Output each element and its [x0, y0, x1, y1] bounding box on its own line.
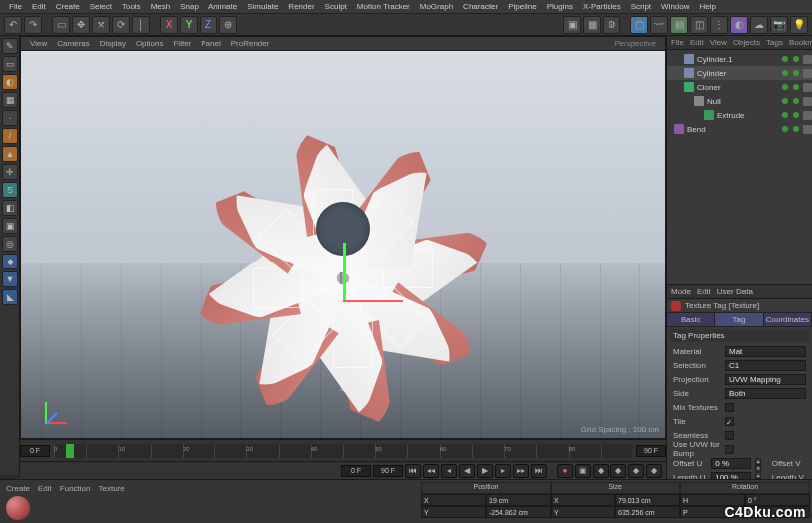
last-tool[interactable]: │ — [132, 16, 150, 34]
polygon-mode[interactable]: ▲ — [2, 146, 18, 162]
tag-icon[interactable] — [803, 69, 812, 78]
add-subdiv[interactable]: ◫ — [690, 16, 708, 34]
point-mode[interactable]: · — [2, 110, 18, 126]
tag-icon[interactable] — [803, 97, 812, 106]
view-menu-view[interactable]: View — [25, 39, 52, 48]
matmgr-menu-function[interactable]: Function — [60, 484, 91, 493]
menu-script[interactable]: Script — [626, 2, 656, 11]
add-camera[interactable]: 📷 — [770, 16, 788, 34]
object-gizmo[interactable] — [343, 301, 344, 302]
object-row-cylinder-1[interactable]: Cylinder.1 — [667, 52, 812, 66]
timeline-start-field[interactable]: 0 F — [20, 445, 50, 457]
menu-x-particles[interactable]: X-Particles — [578, 2, 626, 11]
visibility-render-dot[interactable] — [793, 98, 799, 104]
menu-mesh[interactable]: Mesh — [146, 2, 176, 11]
total-frames-field[interactable]: 90 F — [373, 465, 403, 477]
record-key[interactable]: ● — [557, 464, 573, 478]
object-tree[interactable]: Cylinder.1CylinderClonerNullExtrudeBend — [667, 50, 812, 284]
mix-textures-checkbox[interactable] — [725, 403, 734, 412]
add-array[interactable]: ⋮ — [710, 16, 728, 34]
stepper[interactable]: ▴▾ — [755, 458, 761, 469]
timeline-end-field[interactable]: 90 F — [636, 445, 666, 457]
object-row-cloner[interactable]: Cloner — [667, 80, 812, 94]
menu-simulate[interactable]: Simulate — [242, 2, 283, 11]
tag-icon[interactable] — [803, 111, 812, 120]
side-dropdown[interactable]: Both — [725, 388, 806, 399]
coord-cell[interactable]: Y — [421, 506, 486, 518]
visibility-editor-dot[interactable] — [782, 56, 788, 62]
objmgr-menu-objects[interactable]: Objects — [733, 38, 760, 47]
attr-tab-coordinates[interactable]: Coordinates — [764, 313, 812, 326]
add-generator[interactable]: ▤ — [670, 16, 688, 34]
coord-cell[interactable]: -254.862 cm — [486, 506, 551, 518]
key-pla[interactable]: ◆ — [646, 464, 662, 478]
key-rot[interactable]: ◆ — [628, 464, 644, 478]
menu-plugins[interactable]: Plugins — [542, 2, 578, 11]
menu-file[interactable]: File — [4, 2, 27, 11]
current-frame-field[interactable]: 0 F — [341, 465, 371, 477]
y-axis-handle[interactable] — [343, 243, 346, 302]
menu-character[interactable]: Character — [458, 2, 503, 11]
view-menu-options[interactable]: Options — [131, 39, 169, 48]
menu-sculpt[interactable]: Sculpt — [320, 2, 352, 11]
xray-toggle[interactable]: S — [2, 182, 18, 198]
menu-window[interactable]: Window — [656, 2, 694, 11]
next-key[interactable]: ▸▸ — [513, 464, 529, 478]
objmgr-menu-file[interactable]: File — [671, 38, 684, 47]
attr-menu-user-data[interactable]: User Data — [717, 287, 753, 296]
visibility-editor-dot[interactable] — [782, 98, 788, 104]
coord-cell[interactable]: X — [421, 494, 486, 506]
tag-icon[interactable] — [803, 83, 812, 92]
model-mode[interactable]: ▭ — [2, 56, 18, 72]
visibility-render-dot[interactable] — [793, 126, 799, 132]
redo-button[interactable]: ↷ — [24, 16, 42, 34]
next-frame[interactable]: ▸ — [495, 464, 511, 478]
material-field[interactable]: Mat — [725, 346, 806, 357]
play-backward[interactable]: ◀ — [459, 464, 475, 478]
tag-icon[interactable] — [803, 125, 812, 134]
objmgr-menu-view[interactable]: View — [710, 38, 727, 47]
object-row-extrude[interactable]: Extrude — [667, 108, 812, 122]
visibility-render-dot[interactable] — [793, 84, 799, 90]
autokey[interactable]: ▣ — [575, 464, 591, 478]
menu-animate[interactable]: Animate — [203, 2, 242, 11]
menu-create[interactable]: Create — [51, 2, 85, 11]
visibility-editor-dot[interactable] — [782, 126, 788, 132]
objmgr-menu-tags[interactable]: Tags — [766, 38, 783, 47]
key-pos[interactable]: ◆ — [593, 464, 609, 478]
attr-tab-basic[interactable]: Basic — [667, 313, 715, 326]
coord-cell[interactable]: X — [551, 494, 615, 506]
y-lock[interactable]: Y — [180, 16, 198, 34]
prev-key[interactable]: ◂◂ — [423, 464, 439, 478]
object-row-cylinder[interactable]: Cylinder — [667, 66, 812, 80]
menu-pipeline[interactable]: Pipeline — [503, 2, 541, 11]
view-menu-cameras[interactable]: Cameras — [52, 39, 94, 48]
seamless-checkbox[interactable] — [725, 431, 734, 440]
goto-end[interactable]: ⏭ — [531, 464, 547, 478]
coord-sys[interactable]: ⊕ — [219, 16, 237, 34]
menu-tools[interactable]: Tools — [117, 2, 146, 11]
planar-snap[interactable]: ◣ — [2, 289, 18, 305]
tweak-mode[interactable]: ◧ — [2, 200, 18, 216]
undo-button[interactable]: ↶ — [4, 16, 22, 34]
menu-help[interactable]: Help — [695, 2, 721, 11]
add-spline[interactable]: 〰 — [650, 16, 668, 34]
tile-checkbox[interactable] — [725, 417, 734, 426]
material-ball[interactable] — [6, 496, 30, 520]
live-select-tool[interactable]: ▭ — [52, 16, 70, 34]
visibility-editor-dot[interactable] — [782, 70, 788, 76]
attr-tab-tag[interactable]: Tag — [715, 313, 763, 326]
matmgr-menu-create[interactable]: Create — [6, 484, 30, 493]
x-axis-handle[interactable] — [343, 300, 403, 302]
key-scale[interactable]: ◆ — [610, 464, 626, 478]
render-settings[interactable]: ⚙ — [603, 16, 620, 34]
use-uvw-bump-checkbox[interactable] — [725, 445, 734, 454]
attr-menu-edit[interactable]: Edit — [697, 287, 711, 296]
viewport-solo[interactable]: ▣ — [2, 218, 18, 234]
attr-menu-mode[interactable]: Mode — [671, 287, 691, 296]
axis-mode[interactable]: ✛ — [2, 164, 18, 180]
rotate-tool[interactable]: ⟳ — [112, 16, 130, 34]
view-menu-filter[interactable]: Filter — [168, 39, 196, 48]
x-lock[interactable]: X — [160, 16, 178, 34]
workplane-snap[interactable]: ◆ — [2, 254, 18, 269]
